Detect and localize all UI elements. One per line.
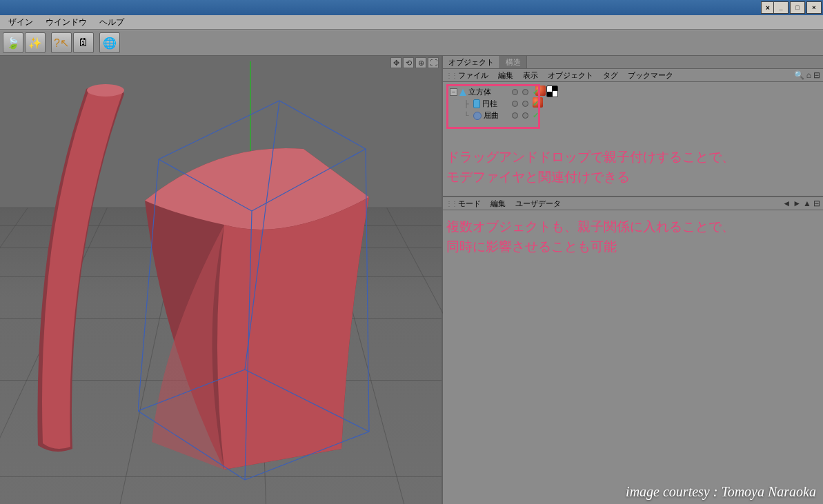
nav-up-icon[interactable]: ▲ [803, 199, 811, 208]
close-button[interactable]: × [806, 1, 822, 14]
globe-icon[interactable]: 🌐 [99, 32, 120, 53]
attr-menu-mode[interactable]: モード [454, 198, 485, 210]
object-panel-menu: ⋮⋮ ファイル 編集 表示 オブジェクト タグ ブックマーク 🔍 ⌂ ⊟ [443, 69, 823, 82]
obj-menu-edit[interactable]: 編集 [494, 70, 517, 81]
collapse-icon[interactable]: ⊟ [813, 70, 820, 80]
cylinder-icon [473, 99, 480, 108]
menu-window[interactable]: ウインドウ [40, 15, 92, 30]
attr-menu-userdata[interactable]: ユーザデータ [511, 198, 565, 210]
menu-help[interactable]: ヘルプ [94, 15, 130, 30]
leaf-icon[interactable]: 🍃 [3, 32, 23, 53]
calendar-icon[interactable]: 🗓 [73, 32, 94, 53]
attr-menu-edit[interactable]: 編集 [486, 198, 510, 210]
grip-icon[interactable]: ⋮⋮ [446, 72, 453, 79]
viewport-rotate-icon[interactable]: ⟲ [403, 57, 414, 68]
obj-menu-tags[interactable]: タグ [599, 70, 622, 81]
main-toolbar: 🍃 ✨ ?↖ 🗓 🌐 [0, 30, 823, 56]
nav-back-icon[interactable]: ◄ [782, 199, 791, 208]
3d-viewport[interactable]: ✥ ⟲ ⊕ ⛶ [0, 56, 443, 504]
object-tree[interactable]: – 立方体 ├ 円柱 └ 屈曲 ✓ ✓ [443, 82, 823, 197]
tree-row-cube[interactable]: – 立方体 [450, 86, 499, 98]
window-titlebar: × _ □ × [0, 0, 823, 15]
tree-label[interactable]: 立方体 [468, 87, 491, 97]
visibility-dots[interactable]: ✓ [512, 110, 539, 121]
tree-label[interactable]: 円柱 [482, 99, 497, 109]
grip-icon[interactable]: ⋮⋮ [446, 200, 453, 208]
menu-design[interactable]: ザイン [3, 15, 39, 30]
minimize-button[interactable]: _ [773, 1, 789, 14]
expand-icon[interactable]: – [450, 88, 457, 96]
viewport-zoom-icon[interactable]: ⊕ [415, 57, 426, 68]
tab-structure[interactable]: 構造 [500, 56, 527, 68]
tree-row-bend[interactable]: └ 屈曲 [450, 110, 499, 121]
obj-menu-file[interactable]: ファイル [454, 70, 493, 81]
annotation-text-2: 複数オブジェクトも、親子関係に入れることで、 同時に影響させることも可能 [446, 216, 735, 257]
bend-icon [473, 112, 482, 120]
panel-tabs: オブジェクト 構造 [443, 56, 823, 69]
nav-fwd-icon[interactable]: ► [793, 199, 801, 208]
obj-menu-bookmarks[interactable]: ブックマーク [624, 70, 677, 81]
visibility-dots[interactable]: ✓ [512, 98, 539, 110]
tree-row-cylinder[interactable]: ├ 円柱 [450, 98, 499, 110]
viewport-maximize-icon[interactable]: ⛶ [428, 57, 439, 68]
attribute-panel: ⋮⋮ モード 編集 ユーザデータ ◄ ► ▲ ⊟ 複数オブジェクトも、親子関係に… [443, 197, 823, 504]
annotation-text: ドラッグアンドドロップで親子付けすることで、 モデファイヤと関連付けできる [446, 147, 735, 188]
attr-panel-menu: ⋮⋮ モード 編集 ユーザデータ ◄ ► ▲ ⊟ [443, 197, 823, 210]
image-courtesy: image courtesy : Tomoya Naraoka [626, 484, 816, 500]
texture-tag-icon[interactable] [546, 85, 558, 97]
help-arrow-icon[interactable]: ?↖ [51, 32, 72, 53]
obj-menu-view[interactable]: 表示 [519, 70, 542, 81]
menu-icon[interactable]: ⊟ [813, 199, 820, 208]
tab-objects[interactable]: オブジェクト [443, 56, 500, 68]
search-icon[interactable]: 🔍 [794, 70, 804, 80]
particles-icon[interactable]: ✨ [25, 32, 46, 53]
svg-point-0 [87, 84, 124, 97]
visibility-dots[interactable]: ✓ [512, 86, 539, 98]
main-menubar: ザイン ウインドウ ヘルプ [0, 15, 823, 30]
viewport-move-icon[interactable]: ✥ [390, 57, 401, 68]
cube-object[interactable] [135, 135, 390, 480]
maximize-button[interactable]: □ [790, 1, 805, 14]
tree-label[interactable]: 屈曲 [484, 110, 499, 121]
obj-menu-objects[interactable]: オブジェクト [544, 70, 597, 81]
tree-branch-icon: ├ [462, 100, 471, 108]
right-pane: オブジェクト 構造 ⋮⋮ ファイル 編集 表示 オブジェクト タグ ブックマーク… [443, 56, 823, 504]
home-icon[interactable]: ⌂ [806, 70, 811, 80]
tree-branch-icon: └ [462, 112, 471, 119]
cone-icon [459, 89, 466, 96]
panel-close-icon[interactable]: × [761, 1, 775, 14]
